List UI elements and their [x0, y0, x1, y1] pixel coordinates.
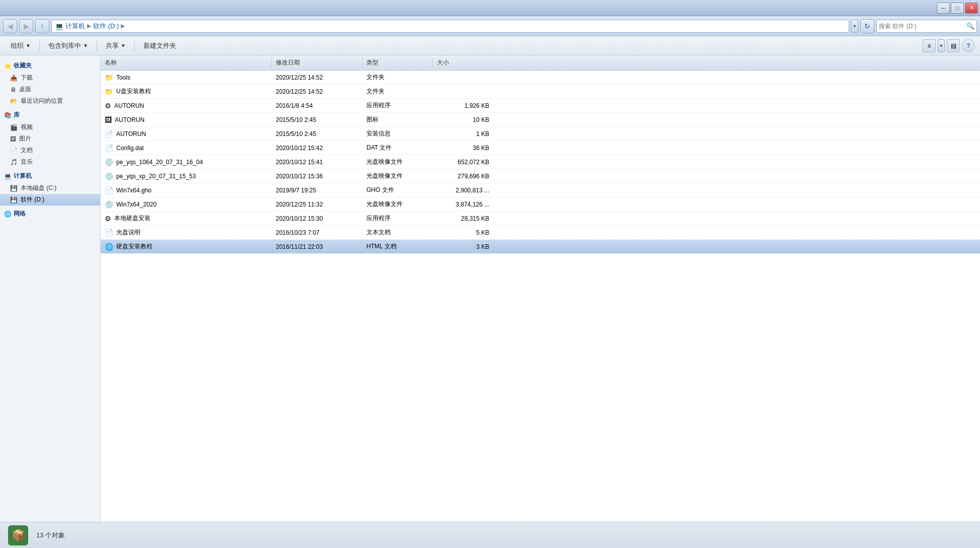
sidebar-item-label: 音乐: [21, 158, 33, 166]
file-modified-cell: 2020/10/12 15:41: [272, 158, 362, 167]
breadcrumb-computer[interactable]: 计算机: [65, 22, 85, 31]
recent-icon: 📂: [10, 98, 18, 105]
sidebar-header-computer[interactable]: 💻 计算机: [0, 170, 100, 182]
sidebar-header-favorites[interactable]: ⭐ 收藏夹: [0, 59, 100, 72]
file-name-cell: 📁 U盘安装教程: [101, 86, 272, 97]
sidebar-item-music[interactable]: 🎵 音乐: [0, 156, 100, 168]
view-toggle-button[interactable]: ≡: [923, 39, 936, 52]
share-button[interactable]: 共享 ▼: [100, 39, 131, 53]
file-list: 📁 Tools 2020/12/25 14:52 文件夹 📁 U盘安装教程 20…: [101, 71, 980, 522]
col-modified[interactable]: 修改日期: [272, 57, 362, 68]
file-size-cell: [433, 91, 493, 93]
sidebar-item-documents[interactable]: 📄 文档: [0, 145, 100, 156]
file-type-cell: 安装信息: [362, 128, 433, 139]
status-bar: 📦 13 个对象: [0, 522, 980, 548]
close-button[interactable]: ✕: [965, 3, 978, 14]
file-type-cell: 文件夹: [362, 86, 433, 97]
network-label: 网络: [14, 210, 26, 218]
file-modified-cell: 2020/10/12 15:42: [272, 144, 362, 153]
search-input[interactable]: [879, 23, 964, 30]
minimize-button[interactable]: ─: [937, 3, 950, 14]
sidebar: ⭐ 收藏夹 📥 下载 🖥 桌面 📂 最近访问的位置 📚 库: [0, 55, 101, 522]
file-name: pe_yqs_1064_20_07_31_16_04: [116, 159, 268, 166]
sidebar-item-pictures[interactable]: 🖼 图片: [0, 133, 100, 145]
sidebar-item-label: 本地磁盘 (C:): [21, 184, 56, 192]
organize-button[interactable]: 组织 ▼: [5, 39, 36, 53]
file-modified-cell: 2020/12/25 14:52: [272, 87, 362, 96]
sidebar-item-videos[interactable]: 🎬 视频: [0, 121, 100, 133]
table-row[interactable]: 📄 Config.dat 2020/10/12 15:42 DAT 文件 36 …: [101, 141, 980, 155]
new-folder-label: 新建文件夹: [143, 41, 176, 50]
file-type-icon: 📄: [105, 130, 113, 138]
file-type-cell: 图标: [362, 114, 433, 125]
table-row[interactable]: 📄 光盘说明 2016/10/23 7:07 文本文档 5 KB: [101, 226, 980, 240]
table-row[interactable]: 📄 AUTORUN 2015/5/10 2:45 安装信息 1 KB: [101, 127, 980, 141]
breadcrumb-sep-1: ▶: [87, 23, 91, 29]
sidebar-item-label: 桌面: [19, 85, 31, 94]
sidebar-item-downloads[interactable]: 📥 下载: [0, 72, 100, 84]
file-type-cell: 文件夹: [362, 72, 433, 83]
up-button[interactable]: ↑: [35, 19, 49, 33]
include-in-lib-button[interactable]: 包含到库中 ▼: [43, 39, 94, 53]
table-row[interactable]: 💿 pe_yqs_1064_20_07_31_16_04 2020/10/12 …: [101, 155, 980, 169]
sidebar-item-d-drive[interactable]: 💾 软件 (D:): [0, 194, 100, 206]
file-type-cell: 光盘映像文件: [362, 171, 433, 181]
preview-pane-button[interactable]: ▤: [947, 39, 960, 52]
desktop-icon: 🖥: [10, 86, 16, 93]
file-type-icon: 📄: [105, 229, 113, 237]
sidebar-section-favorites: ⭐ 收藏夹 📥 下载 🖥 桌面 📂 最近访问的位置: [0, 59, 100, 107]
file-modified-cell: 2015/5/10 2:45: [272, 115, 362, 124]
sidebar-item-desktop[interactable]: 🖥 桌面: [0, 84, 100, 95]
table-row[interactable]: ⚙ 本地硬盘安装 2020/10/12 15:30 应用程序 28,315 KB: [101, 212, 980, 226]
address-dropdown[interactable]: ▼: [851, 20, 858, 33]
main-area: ⭐ 收藏夹 📥 下载 🖥 桌面 📂 最近访问的位置 📚 库: [0, 55, 980, 522]
file-area: 名称 修改日期 类型 大小 📁 Tools 2020/12/25 14:52 文…: [101, 55, 980, 522]
file-name-cell: ⚙ 本地硬盘安装: [101, 213, 272, 224]
library-label: 库: [14, 111, 20, 119]
table-row[interactable]: 📁 Tools 2020/12/25 14:52 文件夹: [101, 71, 980, 85]
sidebar-header-library[interactable]: 📚 库: [0, 109, 100, 121]
file-name: 本地硬盘安装: [114, 214, 268, 223]
table-row[interactable]: 🖼 AUTORUN 2015/5/10 2:45 图标 10 KB: [101, 113, 980, 127]
file-name-cell: 📁 Tools: [101, 73, 272, 83]
window-controls: ─ □ ✕: [937, 3, 978, 14]
table-row[interactable]: 📁 U盘安装教程 2020/12/25 14:52 文件夹: [101, 85, 980, 99]
col-size[interactable]: 大小: [433, 57, 493, 68]
sidebar-item-label: 下载: [21, 74, 33, 82]
forward-button[interactable]: ▶: [19, 19, 33, 33]
breadcrumb-drive[interactable]: 软件 (D:): [93, 22, 119, 31]
file-name: 光盘说明: [116, 228, 268, 237]
star-icon: ⭐: [4, 62, 12, 70]
sidebar-section-network: 🌐 网络: [0, 208, 100, 220]
file-name-cell: 🌐 硬盘安装教程: [101, 241, 272, 252]
file-name: Win7x64_2020: [116, 201, 268, 208]
sidebar-item-recent[interactable]: 📂 最近访问的位置: [0, 95, 100, 107]
file-name-cell: 📄 AUTORUN: [101, 129, 272, 139]
col-name[interactable]: 名称: [101, 57, 272, 68]
new-folder-button[interactable]: 新建文件夹: [138, 39, 182, 53]
table-row[interactable]: 🌐 硬盘安装教程 2016/11/21 22:03 HTML 文档 3 KB: [101, 240, 980, 254]
status-text: 13 个对象: [36, 531, 65, 540]
refresh-button[interactable]: ↻: [860, 19, 874, 33]
file-size-cell: 3 KB: [433, 242, 493, 251]
sidebar-item-c-drive[interactable]: 💾 本地磁盘 (C:): [0, 182, 100, 194]
table-row[interactable]: 💿 Win7x64_2020 2020/12/25 11:32 光盘映像文件 3…: [101, 197, 980, 212]
computer-icon: 💻: [4, 173, 12, 180]
file-modified-cell: 2016/10/23 7:07: [272, 228, 362, 237]
sidebar-header-network[interactable]: 🌐 网络: [0, 208, 100, 220]
table-row[interactable]: 💿 pe_yqs_xp_20_07_31_15_53 2020/10/12 15…: [101, 169, 980, 183]
view-dropdown[interactable]: ▼: [938, 39, 945, 52]
file-name: AUTORUN: [116, 130, 268, 138]
sidebar-item-label: 最近访问的位置: [21, 97, 63, 105]
table-row[interactable]: 📄 Win7x64.gho 2019/9/7 19:25 GHO 文件 2,90…: [101, 183, 980, 197]
table-row[interactable]: ⚙ AUTORUN 2016/1/8 4:54 应用程序 1,926 KB: [101, 99, 980, 113]
file-size-cell: 1 KB: [433, 129, 493, 139]
col-type[interactable]: 类型: [362, 57, 433, 68]
toolbar: 组织 ▼ 包含到库中 ▼ 共享 ▼ 新建文件夹 ≡ ▼ ▤ ?: [0, 36, 980, 55]
network-icon: 🌐: [4, 211, 12, 218]
file-name: U盘安装教程: [116, 87, 268, 96]
maximize-button[interactable]: □: [951, 3, 964, 14]
back-button[interactable]: ◀: [3, 19, 17, 33]
file-size-cell: 1,926 KB: [433, 101, 493, 110]
help-button[interactable]: ?: [962, 39, 975, 52]
